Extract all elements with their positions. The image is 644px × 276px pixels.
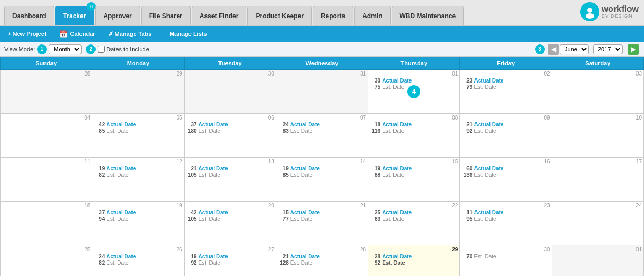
- entry-label: Est. Date: [106, 260, 128, 266]
- calendar-day[interactable]: 30: [184, 70, 276, 114]
- calendar-day[interactable]: 24: [552, 202, 643, 245]
- month-select[interactable]: June: [560, 44, 589, 54]
- calendar-entry: 21Actual Date: [186, 166, 274, 171]
- day-number: 29: [370, 247, 458, 252]
- calendar-day[interactable]: 29: [92, 70, 184, 114]
- calendar-day[interactable]: 25: [1, 245, 92, 277]
- tab-approver[interactable]: Approver: [95, 6, 140, 25]
- calendar-day[interactable]: 01: [552, 245, 643, 277]
- calendar-day[interactable]: 2624Actual Date82Est. Date: [92, 245, 184, 277]
- calendar-week-row: 181937Actual Date94Est. Date2042Actual D…: [1, 202, 644, 245]
- calendar-day[interactable]: 1321Actual Date105Est. Date: [184, 158, 276, 202]
- day-number: 01: [370, 71, 458, 77]
- entry-label: Est. Date: [290, 260, 312, 266]
- calendar-day[interactable]: 2821Actual Date128Est. Date: [276, 245, 368, 277]
- day-number: 19: [94, 203, 182, 208]
- tab-asset-finder[interactable]: Asset Finder: [192, 6, 247, 25]
- calendar-entry: 21Actual Date: [278, 253, 366, 259]
- dates-checkbox[interactable]: [98, 46, 105, 53]
- entry-label: Actual Date: [382, 166, 412, 171]
- tab-admin[interactable]: Admin: [354, 6, 390, 25]
- calendar-day[interactable]: 18: [1, 202, 92, 245]
- manage-tabs-button[interactable]: ✗ Manage Tabs: [105, 29, 155, 39]
- day-number: 13: [186, 159, 274, 165]
- calendar-day[interactable]: 1519Actual Date88Est. Date: [368, 158, 460, 202]
- entry-label: Actual Date: [382, 78, 412, 84]
- entry-label: Est. Date: [199, 260, 221, 266]
- calendar-day[interactable]: 11: [1, 158, 92, 202]
- calendar-day[interactable]: 0724Actual Date83Est. Date: [276, 114, 368, 158]
- manage-lists-button[interactable]: ≡ Manage Lists: [161, 29, 210, 38]
- entry-count: 18: [370, 122, 380, 128]
- calendar-day[interactable]: 31: [276, 70, 368, 114]
- calendar-day[interactable]: 0637Actual Date180Est. Date: [184, 114, 276, 158]
- calendar-day[interactable]: 2719Actual Date92Est. Date: [184, 245, 276, 277]
- entry-label: Est. Date: [199, 172, 221, 178]
- day-number: 08: [370, 115, 458, 121]
- calendar-day[interactable]: 2311Actual Date95Est. Date: [460, 202, 552, 245]
- entry-count: 30: [370, 78, 380, 84]
- day-number: 21: [278, 203, 366, 208]
- tab-reports[interactable]: Reports: [313, 6, 353, 25]
- calendar-entry: 79Est. Date: [462, 84, 550, 90]
- year-select[interactable]: 2017: [593, 44, 623, 54]
- tab-dashboard[interactable]: Dashboard: [4, 6, 54, 25]
- calendar-day[interactable]: 2225Actual Date63Est. Date: [368, 202, 460, 245]
- calendar-day[interactable]: 03: [552, 70, 643, 114]
- entry-label: Actual Date: [106, 253, 136, 259]
- entry-count: 70: [462, 253, 472, 259]
- calendar-day[interactable]: 1660Actual Date136Est. Date: [460, 158, 552, 202]
- calendar-entry: 92Est. Date: [370, 260, 458, 266]
- header-monday: Monday: [92, 57, 184, 70]
- calendar-day[interactable]: 1419Actual Date85Est. Date: [276, 158, 368, 202]
- calendar-entry: 19Actual Date: [94, 166, 182, 171]
- new-project-button[interactable]: + New Project: [4, 29, 49, 38]
- calendar-entry: 18Actual Date: [370, 122, 458, 128]
- day-number: 14: [278, 159, 366, 165]
- calendar-day[interactable]: 2928Actual Date92Est. Date: [368, 245, 460, 277]
- top-nav: Dashboard Tracker 0 Approver File Sharer…: [0, 0, 644, 26]
- tab-tracker[interactable]: Tracker 0: [55, 6, 94, 25]
- calendar-day[interactable]: 28: [1, 70, 92, 114]
- calendar-day[interactable]: 0921Actual Date92Est. Date: [460, 114, 552, 158]
- entry-label: Est. Date: [290, 172, 312, 178]
- calendar-day[interactable]: 17: [552, 158, 643, 202]
- calendar-button[interactable]: 📅 Calendar: [56, 29, 98, 39]
- day-number: 18: [2, 203, 90, 208]
- tab-file-sharer[interactable]: File Sharer: [141, 6, 191, 25]
- badge-2: 2: [86, 44, 96, 54]
- tab-product-keeper[interactable]: Product Keeper: [247, 6, 311, 25]
- entry-label: Actual Date: [106, 210, 136, 215]
- day-number: 29: [94, 71, 182, 77]
- view-mode-select[interactable]: Month: [49, 44, 82, 54]
- calendar-day[interactable]: 0818Actual Date116Est. Date: [368, 114, 460, 158]
- calendar-entry: 83Est. Date: [278, 128, 366, 134]
- calendar-day[interactable]: 04: [1, 114, 92, 158]
- calendar-day[interactable]: 0130Actual Date75Est. Date4: [368, 70, 460, 114]
- day-number: 05: [94, 115, 182, 121]
- calendar-day[interactable]: 0223Actual Date79Est. Date: [460, 70, 552, 114]
- calendar-day[interactable]: 0542Actual Date85Est. Date: [92, 114, 184, 158]
- day-number: 10: [554, 115, 642, 121]
- calendar-day[interactable]: 3070Est. Date: [460, 245, 552, 277]
- entry-count: 116: [370, 128, 380, 134]
- entry-label: Actual Date: [474, 166, 503, 171]
- day-number: 06: [186, 115, 274, 121]
- app-container: Dashboard Tracker 0 Approver File Sharer…: [0, 0, 644, 276]
- calendar-entry: 136Est. Date: [462, 172, 550, 178]
- calendar-entry: 77Est. Date: [278, 216, 366, 222]
- next-month-button[interactable]: ▶: [628, 44, 639, 55]
- tab-wbd-maintenance[interactable]: WBD Maintenance: [392, 6, 464, 25]
- calendar-day[interactable]: 10: [552, 114, 643, 158]
- day-number: 31: [278, 71, 366, 77]
- calendar-day[interactable]: 1937Actual Date94Est. Date: [92, 202, 184, 245]
- calendar-day[interactable]: 2115Actual Date77Est. Date: [276, 202, 368, 245]
- entry-count: 79: [462, 84, 472, 90]
- day-number: 12: [94, 159, 182, 165]
- calendar-day[interactable]: 1219Actual Date82Est. Date: [92, 158, 184, 202]
- calendar-entry: 85Est. Date: [278, 172, 366, 178]
- entry-count: 42: [186, 210, 197, 215]
- calendar-day[interactable]: 2042Actual Date105Est. Date: [184, 202, 276, 245]
- header-saturday: Saturday: [552, 57, 643, 70]
- prev-month-button[interactable]: ◀: [548, 44, 559, 55]
